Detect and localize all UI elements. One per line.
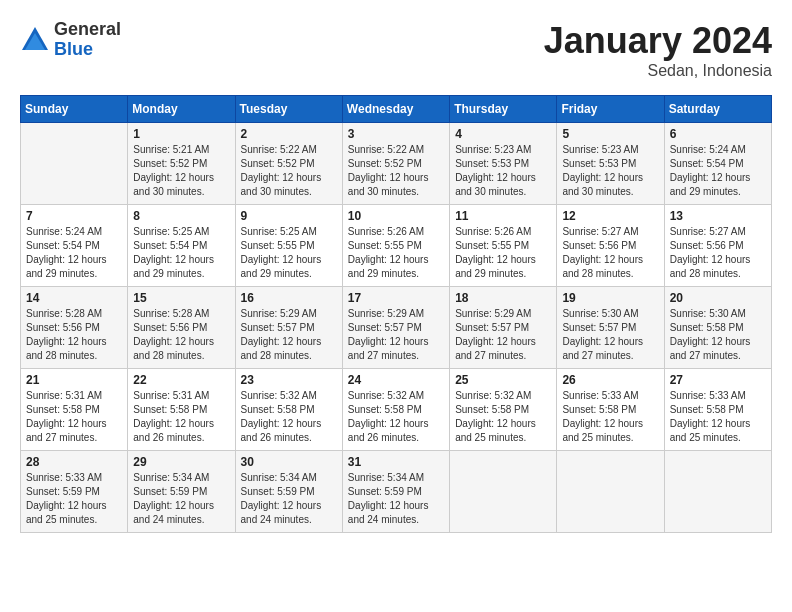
sunset-text: Sunset: 5:57 PM — [455, 321, 552, 335]
header-monday: Monday — [128, 96, 235, 123]
sunset-text: Sunset: 5:57 PM — [241, 321, 338, 335]
sunset-text: Sunset: 5:54 PM — [26, 239, 123, 253]
daylight-text: Daylight: 12 hours and 27 minutes. — [455, 335, 552, 363]
day-info: Sunrise: 5:28 AM Sunset: 5:56 PM Dayligh… — [26, 307, 123, 363]
sunrise-text: Sunrise: 5:34 AM — [241, 471, 338, 485]
day-info: Sunrise: 5:23 AM Sunset: 5:53 PM Dayligh… — [562, 143, 659, 199]
daylight-text: Daylight: 12 hours and 30 minutes. — [348, 171, 445, 199]
daylight-text: Daylight: 12 hours and 27 minutes. — [562, 335, 659, 363]
sunset-text: Sunset: 5:53 PM — [455, 157, 552, 171]
day-info: Sunrise: 5:34 AM Sunset: 5:59 PM Dayligh… — [348, 471, 445, 527]
logo: General Blue — [20, 20, 121, 60]
sunset-text: Sunset: 5:59 PM — [348, 485, 445, 499]
calendar-cell: 25 Sunrise: 5:32 AM Sunset: 5:58 PM Dayl… — [450, 369, 557, 451]
calendar-header: Sunday Monday Tuesday Wednesday Thursday… — [21, 96, 772, 123]
day-number: 2 — [241, 127, 338, 141]
calendar-cell: 2 Sunrise: 5:22 AM Sunset: 5:52 PM Dayli… — [235, 123, 342, 205]
sunrise-text: Sunrise: 5:29 AM — [241, 307, 338, 321]
calendar-cell — [450, 451, 557, 533]
day-number: 3 — [348, 127, 445, 141]
daylight-text: Daylight: 12 hours and 30 minutes. — [455, 171, 552, 199]
calendar-cell: 10 Sunrise: 5:26 AM Sunset: 5:55 PM Dayl… — [342, 205, 449, 287]
daylight-text: Daylight: 12 hours and 26 minutes. — [241, 417, 338, 445]
daylight-text: Daylight: 12 hours and 30 minutes. — [241, 171, 338, 199]
sunrise-text: Sunrise: 5:32 AM — [455, 389, 552, 403]
calendar-cell: 19 Sunrise: 5:30 AM Sunset: 5:57 PM Dayl… — [557, 287, 664, 369]
calendar-cell: 6 Sunrise: 5:24 AM Sunset: 5:54 PM Dayli… — [664, 123, 771, 205]
daylight-text: Daylight: 12 hours and 28 minutes. — [133, 335, 230, 363]
daylight-text: Daylight: 12 hours and 29 minutes. — [670, 171, 767, 199]
day-info: Sunrise: 5:26 AM Sunset: 5:55 PM Dayligh… — [348, 225, 445, 281]
day-number: 10 — [348, 209, 445, 223]
day-number: 16 — [241, 291, 338, 305]
sunrise-text: Sunrise: 5:25 AM — [241, 225, 338, 239]
calendar-cell: 21 Sunrise: 5:31 AM Sunset: 5:58 PM Dayl… — [21, 369, 128, 451]
day-number: 7 — [26, 209, 123, 223]
calendar-body: 1 Sunrise: 5:21 AM Sunset: 5:52 PM Dayli… — [21, 123, 772, 533]
day-number: 31 — [348, 455, 445, 469]
location-subtitle: Sedan, Indonesia — [544, 62, 772, 80]
daylight-text: Daylight: 12 hours and 24 minutes. — [133, 499, 230, 527]
sunset-text: Sunset: 5:55 PM — [348, 239, 445, 253]
logo-general-text: General — [54, 20, 121, 40]
day-number: 13 — [670, 209, 767, 223]
day-number: 23 — [241, 373, 338, 387]
title-block: January 2024 Sedan, Indonesia — [544, 20, 772, 80]
logo-icon — [20, 25, 50, 55]
day-info: Sunrise: 5:30 AM Sunset: 5:58 PM Dayligh… — [670, 307, 767, 363]
day-number: 5 — [562, 127, 659, 141]
calendar-cell — [557, 451, 664, 533]
calendar-cell — [664, 451, 771, 533]
calendar-cell: 27 Sunrise: 5:33 AM Sunset: 5:58 PM Dayl… — [664, 369, 771, 451]
daylight-text: Daylight: 12 hours and 25 minutes. — [455, 417, 552, 445]
daylight-text: Daylight: 12 hours and 28 minutes. — [241, 335, 338, 363]
sunset-text: Sunset: 5:58 PM — [562, 403, 659, 417]
sunset-text: Sunset: 5:56 PM — [670, 239, 767, 253]
day-info: Sunrise: 5:31 AM Sunset: 5:58 PM Dayligh… — [26, 389, 123, 445]
day-number: 28 — [26, 455, 123, 469]
sunrise-text: Sunrise: 5:31 AM — [133, 389, 230, 403]
day-number: 17 — [348, 291, 445, 305]
day-number: 24 — [348, 373, 445, 387]
day-number: 29 — [133, 455, 230, 469]
sunset-text: Sunset: 5:58 PM — [348, 403, 445, 417]
calendar-cell: 14 Sunrise: 5:28 AM Sunset: 5:56 PM Dayl… — [21, 287, 128, 369]
day-info: Sunrise: 5:21 AM Sunset: 5:52 PM Dayligh… — [133, 143, 230, 199]
daylight-text: Daylight: 12 hours and 26 minutes. — [348, 417, 445, 445]
day-info: Sunrise: 5:33 AM Sunset: 5:58 PM Dayligh… — [670, 389, 767, 445]
sunset-text: Sunset: 5:52 PM — [241, 157, 338, 171]
day-number: 30 — [241, 455, 338, 469]
calendar-cell: 8 Sunrise: 5:25 AM Sunset: 5:54 PM Dayli… — [128, 205, 235, 287]
sunset-text: Sunset: 5:55 PM — [241, 239, 338, 253]
calendar-week-5: 28 Sunrise: 5:33 AM Sunset: 5:59 PM Dayl… — [21, 451, 772, 533]
calendar-cell: 1 Sunrise: 5:21 AM Sunset: 5:52 PM Dayli… — [128, 123, 235, 205]
sunset-text: Sunset: 5:56 PM — [133, 321, 230, 335]
sunrise-text: Sunrise: 5:33 AM — [26, 471, 123, 485]
calendar-cell: 17 Sunrise: 5:29 AM Sunset: 5:57 PM Dayl… — [342, 287, 449, 369]
sunset-text: Sunset: 5:52 PM — [348, 157, 445, 171]
daylight-text: Daylight: 12 hours and 25 minutes. — [26, 499, 123, 527]
day-number: 21 — [26, 373, 123, 387]
calendar-cell: 9 Sunrise: 5:25 AM Sunset: 5:55 PM Dayli… — [235, 205, 342, 287]
day-info: Sunrise: 5:27 AM Sunset: 5:56 PM Dayligh… — [670, 225, 767, 281]
day-number: 6 — [670, 127, 767, 141]
sunset-text: Sunset: 5:57 PM — [348, 321, 445, 335]
sunset-text: Sunset: 5:58 PM — [241, 403, 338, 417]
header-tuesday: Tuesday — [235, 96, 342, 123]
daylight-text: Daylight: 12 hours and 29 minutes. — [455, 253, 552, 281]
day-number: 20 — [670, 291, 767, 305]
sunrise-text: Sunrise: 5:30 AM — [670, 307, 767, 321]
daylight-text: Daylight: 12 hours and 28 minutes. — [26, 335, 123, 363]
daylight-text: Daylight: 12 hours and 29 minutes. — [348, 253, 445, 281]
calendar-cell: 30 Sunrise: 5:34 AM Sunset: 5:59 PM Dayl… — [235, 451, 342, 533]
sunrise-text: Sunrise: 5:21 AM — [133, 143, 230, 157]
calendar-cell: 26 Sunrise: 5:33 AM Sunset: 5:58 PM Dayl… — [557, 369, 664, 451]
header-friday: Friday — [557, 96, 664, 123]
header: General Blue January 2024 Sedan, Indones… — [20, 20, 772, 80]
day-number: 25 — [455, 373, 552, 387]
daylight-text: Daylight: 12 hours and 24 minutes. — [348, 499, 445, 527]
calendar-cell: 18 Sunrise: 5:29 AM Sunset: 5:57 PM Dayl… — [450, 287, 557, 369]
sunset-text: Sunset: 5:59 PM — [26, 485, 123, 499]
daylight-text: Daylight: 12 hours and 29 minutes. — [241, 253, 338, 281]
daylight-text: Daylight: 12 hours and 29 minutes. — [26, 253, 123, 281]
